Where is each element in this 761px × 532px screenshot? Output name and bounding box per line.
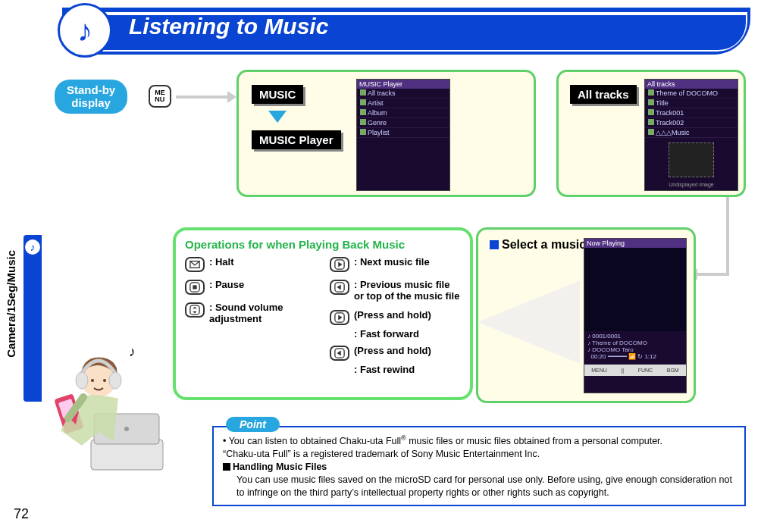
svg-marker-6 bbox=[193, 311, 196, 314]
list-item: △△△Music bbox=[645, 128, 738, 138]
svg-marker-0 bbox=[478, 280, 580, 364]
left-key-icon bbox=[330, 346, 349, 361]
chevron-down-icon bbox=[268, 111, 287, 123]
menu-key-icon: MENU bbox=[149, 85, 171, 108]
placeholder-image-icon bbox=[669, 142, 714, 177]
operations-left-col: : Halt : Pause : Sound volume adjustment bbox=[185, 257, 316, 381]
softkey: MENU bbox=[591, 368, 607, 373]
page-number: 72 bbox=[14, 506, 29, 522]
op-hold: (Press and hold) bbox=[354, 346, 431, 357]
right-key-icon bbox=[330, 310, 349, 325]
arrow-icon bbox=[726, 197, 729, 273]
screen-title: Now Playing bbox=[584, 239, 686, 248]
svg-marker-14 bbox=[337, 350, 341, 355]
music-note-icon: ♪ bbox=[58, 3, 112, 58]
section-tab-label: Camera/1Seg/Music bbox=[5, 250, 17, 358]
list-item: Title bbox=[645, 99, 738, 108]
list-item: Theme of DOCOMO bbox=[645, 89, 738, 99]
footer-label: Undisplayed image bbox=[645, 182, 738, 187]
operations-right-col: : Next music file : Previous music file … bbox=[330, 257, 461, 381]
op-label: : Fast forward bbox=[330, 328, 461, 340]
op-label: : Sound volume adjustment bbox=[209, 302, 316, 325]
elapsed-time: 00:20 ━━━━━ 📶 ↻ 1:12 bbox=[587, 353, 683, 360]
screen-title: MUSIC Player bbox=[357, 80, 449, 89]
svg-marker-10 bbox=[337, 285, 341, 290]
point-box: • You can listen to obtained Chaku-uta F… bbox=[212, 426, 746, 506]
list-item: Genre bbox=[357, 118, 449, 128]
list-item: Track001 bbox=[645, 108, 738, 118]
mail-key-icon bbox=[185, 257, 205, 272]
point-bullet: • You can listen to obtained Chaku-uta F… bbox=[223, 433, 735, 448]
arrow-icon bbox=[696, 273, 729, 276]
list-item: Playlist bbox=[357, 128, 449, 138]
svg-marker-8 bbox=[338, 262, 342, 268]
chip-all-tracks: All tracks bbox=[570, 85, 637, 104]
list-item: Track002 bbox=[645, 118, 738, 128]
svg-point-23 bbox=[76, 372, 88, 389]
center-key-icon bbox=[185, 280, 205, 295]
svg-point-25 bbox=[91, 379, 94, 382]
left-key-icon bbox=[330, 280, 349, 295]
svg-rect-3 bbox=[193, 285, 196, 289]
svg-point-19 bbox=[124, 427, 129, 431]
operations-title: Operations for when Playing Back Music bbox=[185, 238, 461, 251]
point-trademark: “Chaku-uta Full” is a registered tradema… bbox=[223, 448, 735, 461]
op-label: : Pause bbox=[209, 280, 244, 291]
op-label: : Halt bbox=[209, 257, 234, 268]
screenshot-music-player-menu: MUSIC Player All tracks Artist Album Gen… bbox=[356, 79, 450, 191]
chip-music: MUSIC bbox=[252, 85, 303, 104]
svg-marker-5 bbox=[193, 307, 196, 309]
svg-marker-12 bbox=[338, 315, 342, 320]
artist-name: ♪ DOCOMO Taro bbox=[587, 346, 683, 353]
arrow-icon bbox=[176, 95, 229, 99]
op-label: : Previous music file or top of the musi… bbox=[354, 280, 461, 302]
softkey: || bbox=[621, 368, 624, 373]
page-title: Listening to Music bbox=[129, 14, 328, 39]
list-item: Album bbox=[357, 108, 449, 118]
screen-title: All tracks bbox=[645, 80, 738, 89]
operations-panel: Operations for when Playing Back Music :… bbox=[173, 227, 473, 400]
track-name: ♪ Theme of DOCOMO bbox=[587, 340, 683, 346]
op-label: : Next music file bbox=[354, 257, 430, 268]
track-counter: ♪ 0001/0001 bbox=[587, 333, 683, 340]
music-note-icon: ♪ bbox=[25, 239, 40, 255]
svg-text:♪: ♪ bbox=[129, 344, 136, 359]
standby-display-label: Stand-by display bbox=[55, 80, 127, 114]
screenshot-now-playing: Now Playing ♪ 0001/0001 ♪ Theme of DOCOM… bbox=[584, 238, 687, 393]
section-tab: ♪ bbox=[23, 235, 42, 402]
svg-point-24 bbox=[109, 372, 121, 389]
point-heading: Handling Music Files bbox=[223, 461, 735, 474]
list-item: Artist bbox=[357, 99, 449, 108]
right-key-icon bbox=[330, 257, 349, 272]
updown-key-icon bbox=[185, 302, 205, 318]
screenshot-all-tracks: All tracks Theme of DOCOMO Title Track00… bbox=[644, 79, 738, 191]
person-illustration: ♪ ♪ bbox=[45, 341, 171, 477]
callout-beam bbox=[478, 280, 580, 364]
list-item: All tracks bbox=[357, 89, 449, 99]
softkey: FUNC bbox=[638, 368, 653, 373]
standby-line1: Stand-by bbox=[67, 83, 115, 96]
op-hold: (Press and hold) bbox=[354, 310, 431, 321]
op-label: : Fast rewind bbox=[330, 364, 461, 375]
svg-point-26 bbox=[103, 379, 106, 382]
point-tab: Point bbox=[226, 417, 280, 432]
point-body: You can use music files saved on the mic… bbox=[223, 474, 735, 499]
chip-music-player: MUSIC Player bbox=[252, 130, 341, 149]
softkey: BGM bbox=[667, 368, 679, 373]
standby-line2: display bbox=[71, 96, 111, 109]
